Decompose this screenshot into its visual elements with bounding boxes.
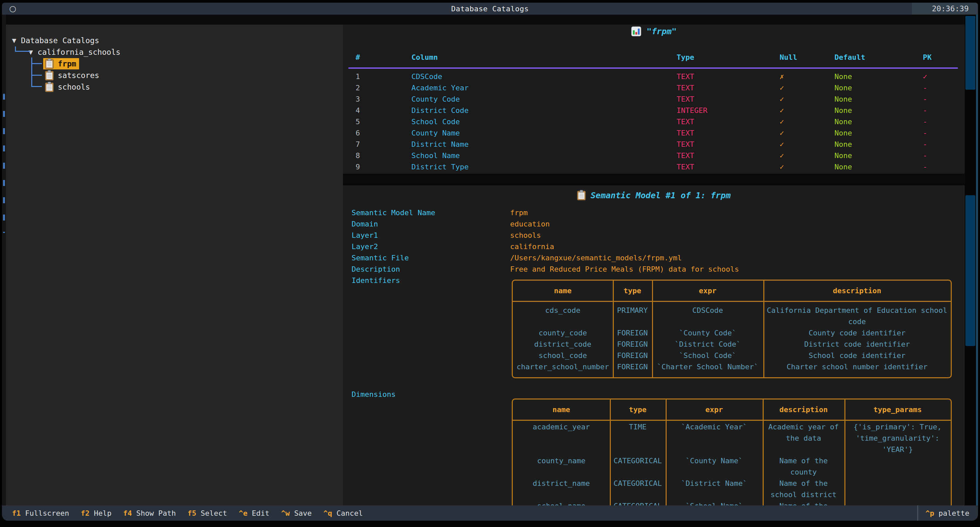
column-name: County Name: [411, 127, 676, 139]
tree-node-database-catalogs[interactable]: ▼ Database Catalogs: [6, 35, 343, 46]
table-header-type: type: [613, 285, 652, 297]
footer-shortcut-help[interactable]: f2Help: [81, 509, 111, 517]
table-cell: `School Code`: [652, 350, 763, 361]
table-cell: charter_school_number: [513, 361, 613, 373]
table-cell: [845, 455, 951, 478]
column-default: None: [834, 71, 923, 83]
field-value: frpm: [510, 207, 528, 219]
table-cell: Name of the county: [763, 455, 845, 478]
column-default: None: [834, 127, 923, 139]
column-pk: -: [923, 105, 965, 116]
footer-shortcut-fullscreen[interactable]: f1Fullscreen: [12, 509, 69, 517]
column-pk: -: [923, 94, 965, 105]
column-separator: [613, 281, 614, 377]
column-name: District Code: [411, 105, 676, 116]
table-cell: `Academic Year`: [666, 421, 763, 455]
table-header-description: description: [763, 285, 951, 297]
palette-key: ^p: [926, 509, 934, 517]
sidebar-item-schools[interactable]: schools: [43, 81, 93, 93]
table-header-expr: expr: [652, 285, 763, 297]
shortcut-key: f2: [81, 509, 90, 517]
column-name: CDSCode: [411, 71, 676, 83]
shortcut-label: Help: [94, 509, 111, 517]
schema-row: 1CDSCodeTEXT✗None✓: [356, 71, 965, 83]
column-type: TEXT: [676, 139, 780, 150]
schema-header-default: Default: [834, 52, 923, 63]
table-cell: Name of the school district: [763, 478, 845, 500]
schema-header-num: #: [356, 52, 411, 63]
window-menu-icon[interactable]: ○: [9, 3, 16, 14]
tree-node-california-schools[interactable]: ▼ california_schools: [6, 46, 343, 58]
palette-label: palette: [939, 509, 969, 517]
table-cell: District code identifier: [763, 339, 951, 350]
scrollbar-thumb-top[interactable]: [966, 16, 975, 90]
sidebar-item-frpm[interactable]: frpm: [43, 58, 79, 70]
title-bar: ○ Database Catalogs 20:36:39: [2, 3, 978, 14]
schema-header-pk: PK: [923, 52, 965, 63]
table-cell: CDSCode: [652, 305, 763, 327]
column-pk: -: [923, 116, 965, 127]
clipboard-icon: [45, 82, 54, 92]
table-cell: county_name: [513, 455, 610, 478]
shortcut-label: Cancel: [337, 509, 363, 517]
footer-shortcut-cancel[interactable]: ^qCancel: [323, 509, 363, 517]
column-number: 6: [356, 127, 411, 139]
column-number: 2: [356, 83, 411, 94]
main-panel: "frpm" #ColumnTypeNullDefaultPK 1CDSCode…: [343, 25, 965, 505]
schema-row: 9District TypeTEXT✓None-: [356, 161, 965, 173]
column-type: TEXT: [676, 161, 780, 173]
semantic-model-heading: Semantic Model #1 of 1: frpm: [343, 189, 965, 201]
semantic-field: Domaineducation: [352, 219, 739, 230]
column-type: TEXT: [676, 71, 780, 83]
field-label: Layer2: [352, 241, 510, 252]
field-value: education: [510, 219, 550, 230]
column-name: District Name: [411, 139, 676, 150]
column-separator: [845, 400, 845, 505]
footer-shortcut-show-path[interactable]: f4Show Path: [123, 509, 176, 517]
table-row: district_nameCATEGORICAL`District Name`N…: [513, 478, 951, 500]
column-nullable: ✓: [780, 139, 834, 150]
table-cell: {'is_primary': True, 'time_granularity':…: [845, 421, 951, 455]
column-number: 8: [356, 150, 411, 161]
bar-chart-icon: [631, 26, 641, 37]
footer-shortcut-select[interactable]: f5Select: [188, 509, 227, 517]
semantic-model-fields: Semantic Model NamefrpmDomaineducationLa…: [352, 207, 739, 286]
table-header-description: description: [763, 404, 845, 416]
schema-row: 5School CodeTEXT✓None-: [356, 116, 965, 127]
footer-shortcut-edit[interactable]: ^eEdit: [239, 509, 269, 517]
column-type: INTEGER: [676, 105, 780, 116]
footer-palette[interactable]: ^p palette: [917, 505, 969, 521]
field-value: Free and Reduced Price Meals (FRPM) data…: [510, 264, 739, 275]
sidebar-item-satscores[interactable]: satscores: [43, 70, 102, 81]
scrollbar-thumb-bottom[interactable]: [966, 195, 975, 346]
table-header-row: nametypeexprdescriptiontype_params: [513, 400, 951, 421]
column-default: None: [834, 161, 923, 173]
clipboard-icon: [577, 190, 586, 201]
field-label: Semantic Model Name: [352, 207, 510, 219]
footer-bar: f1Fullscreenf2Helpf4Show Pathf5Select^eE…: [2, 505, 978, 521]
pane-divider: [343, 174, 965, 185]
table-schema-pane: "frpm" #ColumnTypeNullDefaultPK 1CDSCode…: [343, 25, 965, 174]
field-label: Layer1: [352, 230, 510, 241]
column-default: None: [834, 139, 923, 150]
shortcut-key: f4: [123, 509, 132, 517]
table-cell: `County Name`: [666, 455, 763, 478]
schema-table: #ColumnTypeNullDefaultPK 1CDSCodeTEXT✗No…: [343, 52, 965, 184]
semantic-field: DescriptionFree and Reduced Price Meals …: [352, 264, 739, 275]
shortcut-label: Edit: [252, 509, 269, 517]
column-type: TEXT: [676, 127, 780, 139]
column-pk: -: [923, 83, 965, 94]
footer-shortcut-save[interactable]: ^wSave: [281, 509, 312, 517]
schema-header-type: Type: [676, 52, 780, 63]
column-name: School Name: [411, 150, 676, 161]
scrollbar-track[interactable]: [965, 14, 976, 505]
schema-row: 3County CodeTEXT✓None-: [356, 94, 965, 105]
semantic-model-title: Semantic Model #1 of 1: frpm: [590, 190, 730, 200]
column-number: 9: [356, 161, 411, 173]
table-cell: FOREIGN: [613, 361, 652, 373]
field-value: california: [510, 241, 554, 252]
content-area: ▼ Database Catalogs ▼ california_schools…: [2, 14, 978, 505]
chevron-down-icon[interactable]: ▼: [12, 37, 16, 44]
tree-guide-line: [15, 46, 30, 52]
column-separator: [652, 281, 653, 377]
